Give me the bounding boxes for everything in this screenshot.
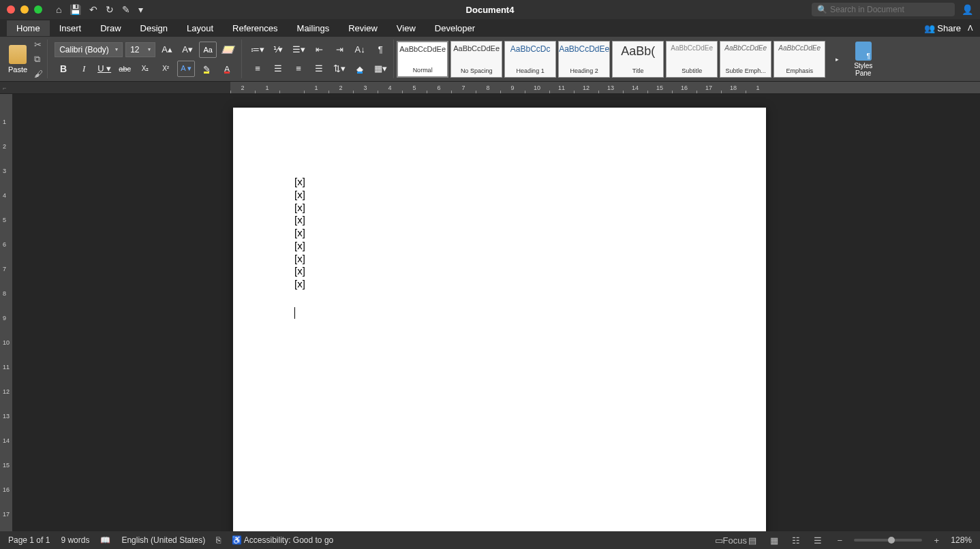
style-heading-2[interactable]: AaBbCcDdEeHeading 2 <box>558 41 610 78</box>
show-hide-button[interactable]: ¶ <box>371 42 389 58</box>
home-icon[interactable]: ⌂ <box>56 4 61 15</box>
format-painter-icon[interactable]: 🖌 <box>34 69 43 79</box>
edit-icon[interactable]: ✎ <box>122 4 130 15</box>
web-layout-icon[interactable]: ☷ <box>788 534 803 546</box>
ruler-tick: 10 <box>525 82 549 93</box>
document-canvas[interactable]: [x][x][x][x][x][x][x][x][x] <box>12 94 980 531</box>
zoom-level[interactable]: 128% <box>951 535 972 545</box>
line-spacing-button[interactable]: ⇅▾ <box>331 61 348 77</box>
align-left-button[interactable]: ≡ <box>249 61 266 77</box>
document-line[interactable]: [x] <box>294 176 705 189</box>
search-input[interactable] <box>830 5 949 14</box>
shrink-font-icon[interactable]: A▾ <box>179 42 196 58</box>
vruler-tick: 4 <box>3 192 6 199</box>
tab-view[interactable]: View <box>387 20 425 36</box>
superscript-button[interactable]: X² <box>157 61 174 77</box>
borders-button[interactable]: ▦▾ <box>371 61 389 77</box>
align-right-button[interactable]: ≡ <box>290 61 307 77</box>
paste-button[interactable]: Paste <box>8 45 27 74</box>
style-normal[interactable]: AaBbCcDdEeNormal <box>397 41 448 78</box>
bullets-button[interactable]: ≔▾ <box>249 42 266 58</box>
document-line[interactable]: [x] <box>294 253 705 266</box>
document-line[interactable]: [x] <box>294 227 705 240</box>
zoom-window-button[interactable] <box>34 5 42 14</box>
style-emphasis[interactable]: AaBbCcDdEeEmphasis <box>774 41 825 78</box>
collapse-ribbon-icon[interactable]: ᐱ <box>968 24 973 33</box>
clear-formatting-icon[interactable] <box>219 42 237 58</box>
document-line[interactable]: [x] <box>294 240 705 253</box>
grow-font-icon[interactable]: A▴ <box>158 42 176 58</box>
align-center-button[interactable]: ☰ <box>269 61 287 77</box>
ruler-tick: 8 <box>476 82 500 93</box>
read-mode-icon[interactable]: ▤ <box>745 534 760 546</box>
minimize-window-button[interactable] <box>20 5 29 14</box>
document-line[interactable]: [x] <box>294 202 705 215</box>
tab-developer[interactable]: Developer <box>425 20 485 36</box>
document-line[interactable]: [x] <box>294 189 705 202</box>
bold-button[interactable]: B <box>55 61 72 77</box>
italic-button[interactable]: I <box>75 61 93 77</box>
tab-home[interactable]: Home <box>7 20 50 36</box>
numbering-button[interactable]: ⅟▾ <box>269 42 287 58</box>
tab-design[interactable]: Design <box>131 20 177 36</box>
font-name-select[interactable]: Calibri (Body)▾ <box>55 42 123 57</box>
subscript-button[interactable]: X₂ <box>136 61 154 77</box>
word-count-status[interactable]: 9 words <box>61 535 89 545</box>
tab-draw[interactable]: Draw <box>91 20 130 36</box>
redo-icon[interactable]: ↻ <box>106 4 114 15</box>
justify-button[interactable]: ☰ <box>310 61 328 77</box>
tab-review[interactable]: Review <box>339 20 387 36</box>
undo-icon[interactable]: ↶ <box>89 4 97 15</box>
document-line[interactable]: [x] <box>294 265 705 278</box>
change-case-icon[interactable]: Aa <box>199 42 217 58</box>
style-subtle-emph-[interactable]: AaBbCcDdEeSubtle Emph... <box>720 41 771 78</box>
style-no-spacing[interactable]: AaBbCcDdEeNo Spacing <box>450 41 502 78</box>
page-count-status[interactable]: Page 1 of 1 <box>8 535 50 545</box>
horizontal-ruler[interactable]: ⌐ 211234567891011121314151617181 <box>0 82 980 94</box>
share-button[interactable]: 👥 Share <box>924 23 961 33</box>
font-color-button[interactable]: A <box>218 61 236 77</box>
zoom-in-button[interactable]: + <box>929 534 944 546</box>
focus-mode-button[interactable]: ▭ Focus <box>723 534 738 546</box>
multilevel-list-button[interactable]: ☰▾ <box>290 42 307 58</box>
user-icon[interactable]: 👤 <box>962 4 973 15</box>
styles-pane-button[interactable]: Styles Pane <box>854 42 872 77</box>
qat-more-icon[interactable]: ▾ <box>138 4 143 15</box>
increase-indent-button[interactable]: ⇥ <box>331 42 348 58</box>
shading-button[interactable]: ◆ <box>351 61 369 77</box>
outline-icon[interactable]: ☰ <box>810 534 825 546</box>
style-subtitle[interactable]: AaBbCcDdEeSubtitle <box>666 41 718 78</box>
tab-layout[interactable]: Layout <box>177 20 223 36</box>
tab-references[interactable]: References <box>223 20 287 36</box>
strikethrough-button[interactable]: abc <box>116 61 134 77</box>
document-line[interactable]: [x] <box>294 214 705 227</box>
text-effects-button[interactable]: A ▾ <box>177 61 195 77</box>
underline-button[interactable]: U ▾ <box>95 61 113 77</box>
print-layout-icon[interactable]: ▦ <box>767 534 782 546</box>
document-line[interactable]: [x] <box>294 278 705 291</box>
spellcheck-icon[interactable]: 📖 <box>100 535 110 545</box>
font-size-select[interactable]: 12▾ <box>125 42 155 57</box>
vertical-ruler[interactable]: 1234567891011121314151617181920 <box>0 94 12 531</box>
tab-mailings[interactable]: Mailings <box>288 20 339 36</box>
zoom-out-button[interactable]: − <box>832 534 847 546</box>
cut-icon[interactable]: ✂ <box>34 40 43 50</box>
page[interactable]: [x][x][x][x][x][x][x][x][x] <box>233 108 766 531</box>
accessibility-status[interactable]: ♿ Accessibility: Good to go <box>232 535 333 545</box>
style-title[interactable]: AaBb(Title <box>612 41 664 78</box>
decrease-indent-button[interactable]: ⇤ <box>310 42 328 58</box>
search-box[interactable]: 🔍 <box>812 3 955 16</box>
close-window-button[interactable] <box>7 5 15 14</box>
zoom-slider[interactable] <box>854 539 922 542</box>
macro-icon[interactable]: ⎘ <box>216 535 221 545</box>
styles-more-icon[interactable]: ▸ <box>828 41 846 78</box>
highlight-button[interactable]: ✎ <box>198 61 215 77</box>
language-status[interactable]: English (United States) <box>121 535 205 545</box>
ruler-tick: 18 <box>721 82 746 93</box>
save-icon[interactable]: 💾 <box>70 4 81 15</box>
sort-button[interactable]: A↓ <box>351 42 369 58</box>
copy-icon[interactable]: ⧉ <box>34 54 43 65</box>
tab-insert[interactable]: Insert <box>50 20 91 36</box>
style-heading-1[interactable]: AaBbCcDcHeading 1 <box>504 41 556 78</box>
vruler-tick: 15 <box>3 462 10 469</box>
